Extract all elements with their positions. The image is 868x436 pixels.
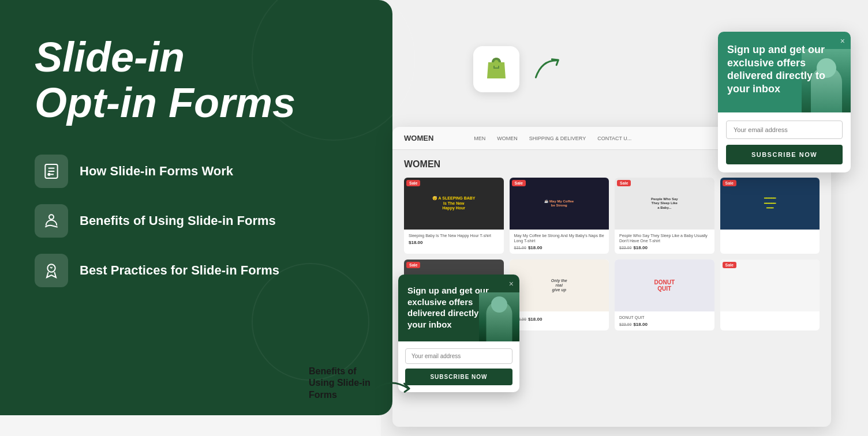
award-icon-box (35, 254, 68, 287)
product-name-3: People Who Say They Sleep Like a Baby Us… (619, 233, 710, 243)
arrow-connector (527, 50, 569, 89)
popup-person-main (479, 292, 519, 341)
nav-links: MEN WOMEN SHIPPING & DELIVERY CONTACT U.… (474, 136, 631, 141)
product-info-4 (720, 230, 820, 238)
popup-email-input-top[interactable] (726, 121, 843, 139)
benefits-label: Benefits of Using Slide-in Forms (309, 366, 371, 401)
form-icon-box (35, 155, 68, 188)
benefits-text: Benefits of Using Slide-in Forms (309, 366, 371, 401)
sale-badge-3: Sale (617, 180, 631, 186)
popup-body-top: SubScRIBE NOW (718, 112, 851, 172)
main-title: Slide-in Opt-in Forms (35, 35, 358, 126)
product-price-1: $18.00 (409, 240, 499, 245)
product-card-2: Sale ☕ May My Coffeebe Strong May My Cof… (510, 178, 609, 254)
left-panel: Slide-in Opt-in Forms How Slide-in Forms… (0, 0, 392, 415)
sale-badge-5: Sale (406, 262, 420, 268)
product-img-2: Sale ☕ May My Coffeebe Strong (510, 178, 609, 230)
connector-area (473, 46, 566, 92)
product-img-8: Sale (720, 260, 820, 311)
product-card-1: Sale 😴 A SLEEPING BABYIs The NewHappy Ho… (404, 178, 504, 254)
product-img-3: Sale People Who SayThey Sleep Likea Baby… (615, 178, 714, 230)
popup-header-main: × Sign up and get our exclusive offers d… (398, 275, 519, 341)
feature-label-1: How Slide-in Forms Work (80, 164, 233, 179)
product-name-1: Sleeping Baby Is The New Happy Hour T-sh… (409, 233, 499, 238)
sale-badge-4: Sale (723, 180, 736, 186)
product-img-1: Sale 😴 A SLEEPING BABYIs The NewHappy Ho… (404, 178, 504, 230)
product-img-4: Sale ━━━━━━━━━━━━━ (720, 178, 820, 230)
nav-link-shipping: SHIPPING & DELIVERY (529, 136, 586, 141)
product-img-6: Only therealgive up (510, 260, 609, 311)
slide-in-popup-main: × Sign up and get our exclusive offers d… (398, 275, 519, 392)
form-icon (42, 162, 61, 181)
product-info-3: People Who Say They Sleep Like a Baby Us… (615, 230, 714, 254)
svg-point-3 (47, 173, 50, 176)
product-grid-row1: Sale 😴 A SLEEPING BABYIs The NewHappy Ho… (404, 178, 820, 254)
feature-item-1: How Slide-in Forms Work (35, 155, 358, 188)
nav-link-men: MEN (474, 136, 485, 141)
product-old-price-3: $23.00 (619, 246, 631, 250)
popup-header-top: × Sign up and get our exclusive offers d… (718, 32, 851, 112)
product-card-8: Sale (720, 260, 820, 330)
popup-email-input-main[interactable] (405, 348, 512, 364)
product-img-7: DONUTQUIT (615, 260, 714, 311)
product-info-1: Sleeping Baby Is The New Happy Hour T-sh… (404, 230, 504, 249)
product-card-6: Only therealgive up $23.00$18.00 (510, 260, 609, 330)
product-card-4: Sale ━━━━━━━━━━━━━ (720, 178, 820, 254)
sale-badge-8: Sale (723, 262, 736, 268)
product-price-2: $21.00$18.00 (514, 245, 605, 250)
slide-in-popup-top: × Sign up and get our exclusive offers d… (718, 32, 851, 172)
product-old-price-2: $21.00 (514, 246, 526, 250)
product-name-7: DONUT QUIT (619, 315, 710, 320)
feature-list: How Slide-in Forms Work Benefits of Usin… (35, 155, 358, 287)
hand-icon-box (35, 204, 68, 238)
feature-item-3: Best Practices for Slide-in Forms (35, 254, 358, 287)
popup-subscribe-btn-main[interactable]: SUBSCRIBE NOW (405, 369, 512, 385)
feature-label-3: Best Practices for Slide-in Forms (80, 263, 279, 278)
product-card-7: DONUTQUIT DONUT QUIT $23.00$18.00 (615, 260, 714, 330)
nav-brand: WOMEN (404, 134, 433, 142)
product-info-2: May My Coffee be Strong And My Baby's Na… (510, 230, 609, 254)
nav-link-contact: CONTACT U... (597, 136, 631, 141)
feature-label-2: Benefits of Using Slide-in Forms (80, 213, 276, 228)
svg-point-5 (49, 215, 54, 220)
product-info-8 (720, 311, 820, 318)
feature-item-2: Benefits of Using Slide-in Forms (35, 204, 358, 238)
popup-header-text-top: Sign up and get our exclusive offers del… (727, 43, 841, 95)
shopify-bag (473, 46, 519, 92)
award-icon (42, 261, 61, 280)
nav-link-women: WOMEN (497, 136, 518, 141)
popup-close-main[interactable]: × (509, 279, 514, 288)
sale-badge-2: Sale (512, 180, 526, 186)
product-card-3: Sale People Who SayThey Sleep Likea Baby… (615, 178, 714, 254)
product-info-7: DONUT QUIT $23.00$18.00 (615, 311, 714, 330)
product-price-6: $23.00$18.00 (514, 317, 605, 322)
sale-badge-1: Sale (406, 180, 420, 186)
product-info-6: $23.00$18.00 (510, 311, 609, 325)
product-name-2: May My Coffee be Strong And My Baby's Na… (514, 233, 605, 243)
product-price-3: $23.00$18.00 (619, 245, 710, 250)
popup-subscribe-btn-top[interactable]: SubScRIBE NOW (726, 145, 843, 164)
hand-icon (42, 212, 61, 230)
product-price-7: $23.00$18.00 (619, 322, 710, 327)
